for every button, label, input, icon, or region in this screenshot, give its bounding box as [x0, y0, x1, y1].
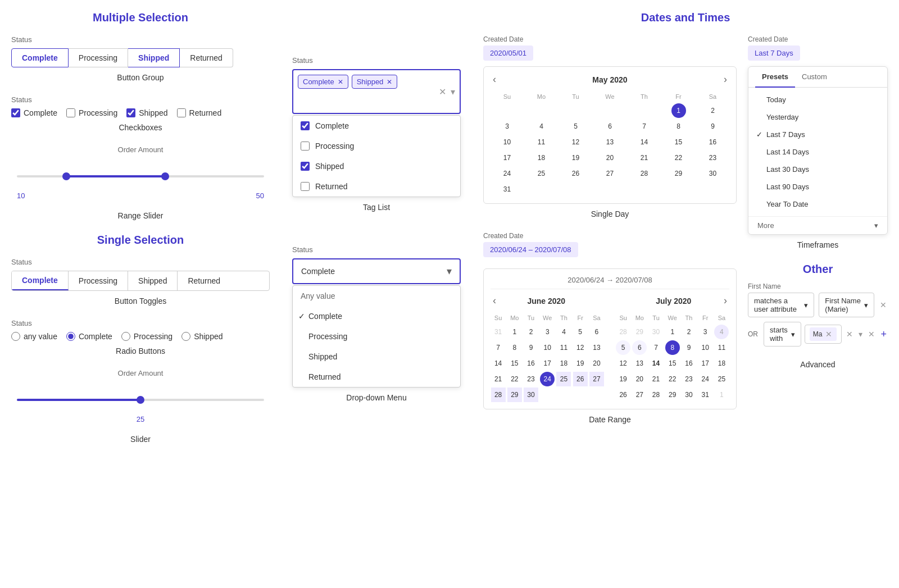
button-group-complete[interactable]: Complete — [11, 48, 69, 67]
single-track[interactable] — [17, 399, 264, 401]
cal-day-28[interactable]: 28 — [637, 166, 652, 181]
july-day-8[interactable]: 8 — [665, 340, 680, 355]
july-day-13[interactable]: 13 — [632, 356, 647, 371]
cal-day-21[interactable]: 21 — [637, 151, 652, 165]
july-day-24[interactable]: 24 — [698, 372, 712, 386]
dropdown-option-complete[interactable]: Complete — [293, 306, 460, 326]
cal-day-12[interactable]: 12 — [569, 135, 583, 149]
checkbox-returned-input[interactable] — [177, 108, 186, 117]
june-day-7[interactable]: 7 — [491, 340, 506, 355]
tag-list-box[interactable]: Complete ✕ Shipped ✕ ✕ ▾ — [292, 69, 461, 114]
june-day-13[interactable]: 13 — [589, 340, 604, 355]
july-day-10[interactable]: 10 — [698, 340, 712, 355]
cal-day-4[interactable]: 4 — [534, 119, 549, 134]
june-day-3[interactable]: 3 — [540, 325, 555, 339]
dropdown-option-returned[interactable]: Returned — [293, 367, 460, 387]
radio-shipped[interactable]: Shipped — [181, 332, 223, 341]
cal-day-14[interactable]: 14 — [637, 135, 652, 149]
cal-day-31[interactable]: 31 — [500, 182, 515, 197]
cal-day-27[interactable]: 27 — [603, 166, 618, 181]
cal-day-23[interactable]: 23 — [706, 151, 720, 165]
tag-option-complete[interactable]: Complete — [293, 116, 460, 136]
cal-day-11[interactable]: 11 — [534, 135, 549, 149]
button-group-shipped[interactable]: Shipped — [128, 48, 180, 67]
dropdown-option-any[interactable]: Any value — [293, 286, 460, 306]
july-day-6[interactable]: 6 — [632, 340, 647, 355]
july-day-26[interactable]: 26 — [616, 388, 630, 402]
cal-day-24[interactable]: 24 — [500, 166, 515, 181]
timeframes-tab-presets[interactable]: Presets — [755, 67, 795, 88]
june-day-16[interactable]: 16 — [524, 356, 538, 371]
june-day-14[interactable]: 14 — [491, 356, 506, 371]
july-day-14[interactable]: 14 — [649, 356, 664, 371]
june-day-29[interactable]: 29 — [507, 388, 522, 402]
tag-clear-icon[interactable]: ✕ — [439, 86, 446, 97]
july-day-5[interactable]: 5 — [616, 340, 630, 355]
tag-dropdown-icon[interactable]: ▾ — [451, 86, 455, 97]
checkbox-processing-input[interactable] — [66, 108, 75, 117]
radio-shipped-input[interactable] — [181, 332, 190, 341]
july-day-9[interactable]: 9 — [682, 340, 696, 355]
tag-checkbox-returned[interactable] — [301, 182, 310, 191]
button-group-processing[interactable]: Processing — [69, 48, 128, 67]
checkbox-returned[interactable]: Returned — [177, 108, 222, 117]
range-thumb-right[interactable] — [161, 172, 169, 180]
single-thumb[interactable] — [137, 396, 144, 404]
tag-option-shipped[interactable]: Shipped — [293, 156, 460, 176]
june-day-12[interactable]: 12 — [573, 340, 588, 355]
june-day-5[interactable]: 5 — [573, 325, 588, 339]
july-day-25[interactable]: 25 — [714, 372, 729, 386]
timeframes-date-pill[interactable]: Last 7 Days — [748, 45, 800, 61]
radio-any-value-input[interactable] — [11, 332, 20, 341]
cal-day-25[interactable]: 25 — [534, 166, 549, 181]
june-day-25[interactable]: 25 — [556, 372, 571, 386]
cal-day-8[interactable]: 8 — [671, 119, 686, 134]
june-day-26[interactable]: 26 — [573, 372, 588, 386]
cal-day-20[interactable]: 20 — [603, 151, 618, 165]
toggle-shipped[interactable]: Shipped — [128, 271, 178, 290]
timeframe-year-to-date[interactable]: Year To Date — [748, 195, 887, 213]
cal-day-10[interactable]: 10 — [500, 135, 515, 149]
july-next-icon[interactable]: › — [721, 295, 729, 307]
timeframes-tab-custom[interactable]: Custom — [795, 67, 834, 88]
button-group-returned[interactable]: Returned — [180, 48, 233, 67]
row2-final-close-icon[interactable]: ✕ — [867, 329, 876, 340]
timeframe-last7[interactable]: Last 7 Days — [748, 126, 887, 143]
cal-day-13[interactable]: 13 — [603, 135, 618, 149]
july-day-20[interactable]: 20 — [632, 372, 647, 386]
tag-checkbox-shipped[interactable] — [301, 162, 310, 171]
june-day-19[interactable]: 19 — [573, 356, 588, 371]
july-day-16[interactable]: 16 — [682, 356, 696, 371]
range-track[interactable] — [17, 175, 264, 177]
range-thumb-left[interactable] — [62, 172, 70, 180]
june-day-21[interactable]: 21 — [491, 372, 506, 386]
july-day-2[interactable]: 2 — [682, 325, 696, 339]
july-day-15[interactable]: 15 — [665, 356, 680, 371]
row2-chevron-icon[interactable]: ▾ — [857, 329, 864, 340]
date-range-pill[interactable]: 2020/06/24 – 2020/07/08 — [483, 242, 578, 257]
checkbox-complete-input[interactable] — [11, 108, 20, 117]
radio-any-value[interactable]: any value — [11, 332, 57, 341]
july-day-27[interactable]: 27 — [632, 388, 647, 402]
chip-close-icon[interactable]: ✕ — [824, 329, 833, 340]
july-day-19[interactable]: 19 — [616, 372, 630, 386]
june-day-30[interactable]: 30 — [524, 388, 538, 402]
june-day-4[interactable]: 4 — [556, 325, 571, 339]
july-day-17[interactable]: 17 — [698, 356, 712, 371]
july-day-1[interactable]: 1 — [665, 325, 680, 339]
cal-day-15[interactable]: 15 — [671, 135, 686, 149]
radio-complete[interactable]: Complete — [66, 332, 112, 341]
timeframe-last90[interactable]: Last 90 Days — [748, 178, 887, 195]
cal-day-2[interactable]: 2 — [706, 103, 720, 118]
timeframe-last14[interactable]: Last 14 Days — [748, 143, 887, 161]
july-day-31[interactable]: 31 — [698, 388, 712, 402]
cal-day-16[interactable]: 16 — [706, 135, 720, 149]
june-day-1[interactable]: 1 — [507, 325, 522, 339]
june-day-18[interactable]: 18 — [556, 356, 571, 371]
june-day-20[interactable]: 20 — [589, 356, 604, 371]
july-day-3[interactable]: 3 — [698, 325, 712, 339]
june-day-24[interactable]: 24 — [540, 372, 555, 386]
cal-day-3[interactable]: 3 — [500, 119, 515, 134]
radio-complete-input[interactable] — [66, 332, 75, 341]
cal-day-17[interactable]: 17 — [500, 151, 515, 165]
